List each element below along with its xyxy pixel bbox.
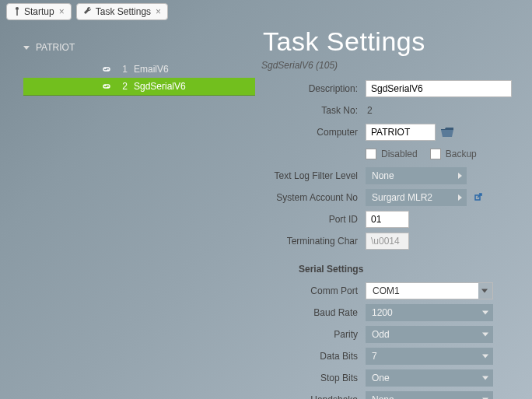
chevron-down-icon <box>482 355 488 359</box>
parity-value: Odd <box>372 329 390 340</box>
task-no-value: 2 <box>366 105 373 116</box>
tab-label: Task Settings <box>96 6 151 17</box>
tree-item-label: SgdSerialV6 <box>134 81 186 92</box>
tab-task-settings[interactable]: Task Settings × <box>76 3 168 20</box>
term-char-input <box>366 233 409 250</box>
disabled-label: Disabled <box>381 149 418 159</box>
log-filter-label: Text Log Filter Level <box>261 170 366 181</box>
close-icon[interactable]: × <box>156 6 161 17</box>
link-icon <box>101 64 112 75</box>
handshake-value: None <box>372 394 394 399</box>
baud-rate-select[interactable]: 1200 <box>366 304 493 321</box>
port-id-input[interactable] <box>366 211 409 228</box>
link-icon <box>101 81 112 92</box>
stop-bits-value: One <box>372 373 390 383</box>
handshake-label: Handshake <box>261 394 366 399</box>
open-folder-icon[interactable] <box>440 126 454 138</box>
external-link-icon[interactable] <box>471 191 484 204</box>
backup-label: Backup <box>446 149 477 159</box>
log-filter-select[interactable]: None <box>366 167 467 184</box>
disabled-checkbox[interactable] <box>366 149 376 159</box>
handshake-select[interactable]: None <box>366 391 493 399</box>
baud-rate-value: 1200 <box>372 307 393 318</box>
data-bits-label: Data Bits <box>261 351 366 362</box>
svg-point-0 <box>16 7 19 10</box>
tree-root-item[interactable]: PATRIOT <box>23 39 255 56</box>
log-filter-value: None <box>372 170 394 181</box>
page-subtitle: SgdSerialV6 (105) <box>255 60 532 71</box>
chevron-right-icon <box>458 194 462 201</box>
serial-heading: Serial Settings <box>261 264 532 275</box>
data-bits-value: 7 <box>372 351 377 362</box>
backup-checkbox[interactable] <box>430 149 441 159</box>
chevron-down-icon <box>23 46 30 50</box>
tree-item-num: 1 <box>118 64 128 75</box>
tree-item-num: 2 <box>118 81 128 92</box>
comm-port-select[interactable]: COM1 <box>366 282 493 299</box>
description-input[interactable] <box>366 80 512 97</box>
chevron-down-icon <box>482 311 488 315</box>
account-label: System Account No <box>261 192 366 203</box>
tree-item-label: EmailV6 <box>134 64 169 75</box>
close-icon[interactable]: × <box>59 6 65 17</box>
tree-panel: PATRIOT 1 EmailV6 2 SgdSerialV6 <box>0 23 255 399</box>
tab-label: Startup <box>24 6 54 17</box>
comm-port-label: Comm Port <box>261 285 366 296</box>
chevron-right-icon <box>458 173 462 179</box>
data-bits-select[interactable]: 7 <box>366 348 493 365</box>
page-title: Task Settings <box>255 26 532 57</box>
tab-bar: Startup × Task Settings × <box>0 0 532 20</box>
chevron-down-icon <box>482 333 488 337</box>
antenna-icon <box>13 6 21 18</box>
description-label: Description: <box>261 83 366 94</box>
account-value: Surgard MLR2 <box>372 192 432 203</box>
chevron-down-icon <box>481 289 488 293</box>
computer-label: Computer <box>261 127 366 138</box>
tab-startup[interactable]: Startup × <box>6 3 72 20</box>
baud-rate-label: Baud Rate <box>261 307 366 318</box>
tree-item-email[interactable]: 1 EmailV6 <box>23 61 255 78</box>
task-no-label: Task No: <box>261 105 366 116</box>
wrench-icon <box>83 6 93 18</box>
term-char-label: Terminating Char <box>261 236 366 247</box>
computer-input[interactable] <box>366 124 436 141</box>
account-select[interactable]: Surgard MLR2 <box>366 189 467 206</box>
parity-label: Parity <box>261 329 366 340</box>
port-id-label: Port ID <box>261 214 366 225</box>
parity-select[interactable]: Odd <box>366 326 493 343</box>
chevron-down-icon <box>482 376 488 380</box>
comm-port-value: COM1 <box>373 285 400 296</box>
tree-root-label: PATRIOT <box>36 42 75 53</box>
tree-item-sgdserial[interactable]: 2 SgdSerialV6 <box>23 78 255 96</box>
stop-bits-label: Stop Bits <box>261 373 366 383</box>
stop-bits-select[interactable]: One <box>366 369 493 387</box>
main-panel: Task Settings SgdSerialV6 (105) Descript… <box>255 23 532 399</box>
